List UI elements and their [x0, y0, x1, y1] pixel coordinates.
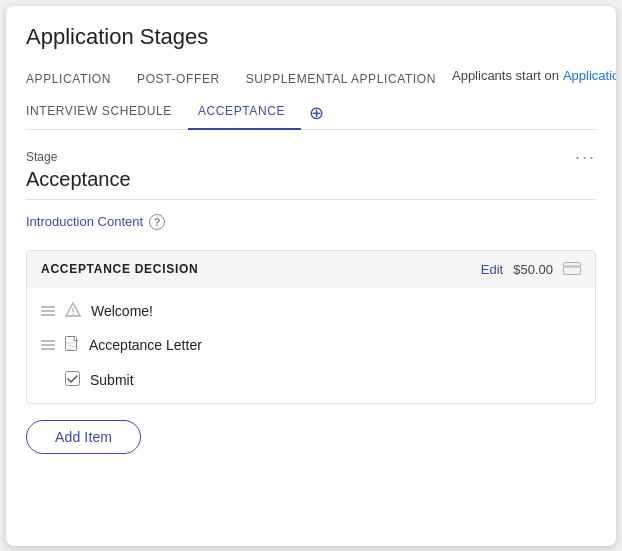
stage-label-row: Stage ···: [26, 148, 596, 166]
add-tab-icon[interactable]: ⊕: [301, 100, 332, 130]
stage-section: Stage ··· Acceptance Introduction Conten…: [26, 148, 596, 230]
drag-handle-icon[interactable]: [41, 340, 55, 350]
intro-content-row[interactable]: Introduction Content ?: [26, 214, 596, 230]
svg-point-3: [72, 313, 73, 314]
tabs-top-left: APPLICATION POST-OFFER SUPPLEMENTAL APPL…: [26, 64, 452, 96]
intro-content-label: Introduction Content: [26, 214, 143, 229]
section-title: ACCEPTANCE DECISION: [41, 262, 198, 276]
acceptance-decision-block: ACCEPTANCE DECISION Edit $50.00: [26, 250, 596, 404]
item-name: Welcome!: [91, 303, 153, 319]
svg-rect-0: [564, 262, 581, 274]
list-item: Acceptance Letter: [27, 328, 595, 363]
card-body: Stage ··· Acceptance Introduction Conten…: [6, 130, 616, 474]
help-icon: ?: [149, 214, 165, 230]
section-header: ACCEPTANCE DECISION Edit $50.00: [27, 251, 595, 288]
tab-interview-schedule[interactable]: INTERVIEW SCHEDULE: [26, 96, 188, 130]
applicants-start: Applicants start on Application ▾: [452, 68, 616, 91]
stage-name: Acceptance: [26, 168, 596, 200]
edit-button[interactable]: Edit: [481, 262, 503, 277]
page-title: Application Stages: [26, 24, 596, 50]
item-name: Acceptance Letter: [89, 337, 202, 353]
tab-post-offer[interactable]: POST-OFFER: [127, 64, 236, 96]
list-item: Submit: [27, 363, 595, 397]
price: $50.00: [513, 262, 553, 277]
document-icon: [65, 336, 79, 355]
applicants-start-link[interactable]: Application: [563, 68, 616, 83]
item-list: Welcome!: [27, 288, 595, 403]
list-item: Welcome!: [27, 294, 595, 328]
tab-application[interactable]: APPLICATION: [26, 64, 127, 96]
tabs-bottom-row: INTERVIEW SCHEDULE ACCEPTANCE ⊕: [26, 96, 596, 130]
svg-rect-1: [563, 265, 581, 268]
applicants-start-text: Applicants start on: [452, 68, 559, 83]
drag-handle-icon[interactable]: [41, 306, 55, 316]
warning-icon: [65, 302, 81, 320]
checkbox-icon: [65, 371, 80, 389]
tab-acceptance[interactable]: ACCEPTANCE: [188, 96, 301, 130]
application-stages-card: Application Stages APPLICATION POST-OFFE…: [6, 6, 616, 546]
stage-label: Stage: [26, 150, 57, 164]
card-header: Application Stages APPLICATION POST-OFFE…: [6, 6, 616, 130]
add-item-button[interactable]: Add Item: [26, 420, 141, 454]
tabs-top-row: APPLICATION POST-OFFER SUPPLEMENTAL APPL…: [26, 64, 596, 96]
item-name: Submit: [90, 372, 134, 388]
stage-options-button[interactable]: ···: [575, 148, 596, 166]
card-payment-icon: [563, 261, 581, 278]
tab-supplemental[interactable]: SUPPLEMENTAL APPLICATION: [236, 64, 452, 96]
section-header-right: Edit $50.00: [481, 261, 581, 278]
